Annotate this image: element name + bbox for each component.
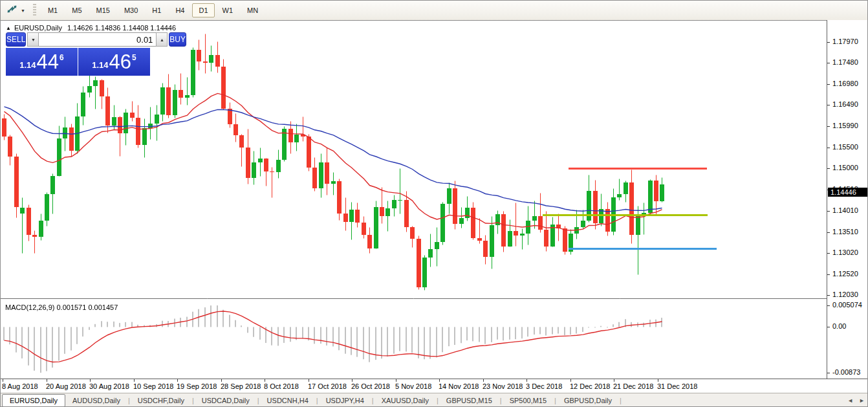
price-axis-label: 1.15990 [832, 122, 858, 129]
chart-tab-bar: EURUSD,DailyAUDUSD,Daily|USDCHF,Daily|US… [1, 393, 868, 407]
tab-scroll-right-icon[interactable]: ► [859, 397, 865, 404]
timeframe-button-mn[interactable]: MN [241, 3, 265, 17]
one-click-trade-panel: SELL ▼ ▲ BUY 1.14 44 6 1.14 46 5 [6, 32, 150, 76]
date-axis-tick [309, 379, 309, 382]
price-axis-label: 1.16490 [832, 100, 858, 108]
tab-sp500-m15[interactable]: SP500,M15 [503, 395, 554, 406]
price-axis-tick [827, 211, 830, 212]
macd-axis-tick [827, 327, 830, 327]
date-axis-tick [352, 379, 353, 382]
price-axis-label: 1.13020 [832, 248, 858, 256]
timeframe-button-d1[interactable]: D1 [192, 3, 214, 17]
tab-audusd-daily[interactable]: AUDUSD,Daily [65, 395, 127, 406]
price-axis-label: 1.14010 [832, 206, 858, 214]
tab-gbpusd-daily[interactable]: GBPUSD,Daily [557, 395, 619, 406]
price-axis-label: 1.15500 [832, 143, 858, 151]
tab-scroll-arrows: ◄► [841, 397, 865, 404]
chart-ohlc-values: 1.14626 1.14836 1.14408 1.14446 [67, 24, 176, 32]
date-axis-label: 23 Nov 2018 [483, 382, 523, 390]
timeframe-button-m30[interactable]: M30 [118, 3, 144, 17]
date-axis-label: 26 Oct 2018 [351, 382, 390, 390]
macd-axis-label: 0.00 [832, 322, 846, 330]
date-axis-tick [134, 379, 135, 382]
chart-title: ▲EURUSD,Daily1.14626 1.14836 1.14408 1.1… [6, 24, 176, 32]
timeframe-button-m5[interactable]: M5 [65, 3, 88, 17]
volume-increase-icon[interactable]: ▲ [156, 32, 168, 47]
collapse-trade-panel-icon[interactable]: ▲ [6, 25, 11, 31]
buy-button[interactable]: BUY [169, 32, 186, 47]
tab-scroll-left-icon[interactable]: ◄ [847, 397, 853, 404]
price-axis-tick [827, 148, 830, 148]
tab-usdjpy-h4[interactable]: USDJPY,H4 [319, 395, 371, 406]
chart-symbol-label: EURUSD,Daily [14, 24, 62, 32]
volume-decrease-icon[interactable]: ▼ [27, 32, 39, 47]
tab-usdcnh-h4[interactable]: USDCNH,H4 [260, 395, 316, 406]
macd-axis-label: 0.005074 [832, 301, 862, 309]
price-axis-label: 1.12520 [832, 270, 858, 278]
price-axis-tick [827, 274, 830, 275]
toolbar: ▼ M1M5M15M30H1H4D1W1MN [1, 1, 867, 21]
sell-button[interactable]: SELL [6, 32, 26, 47]
timeframe-button-m1[interactable]: M1 [41, 3, 64, 17]
sell-price-sup: 6 [60, 53, 64, 62]
chart-plot-area[interactable]: ▲EURUSD,Daily1.14626 1.14836 1.14408 1.1… [1, 20, 827, 379]
date-axis-tick [483, 379, 484, 382]
date-axis-label: 17 Oct 2018 [308, 382, 347, 390]
date-axis-tick [439, 379, 440, 382]
tab-separator: | [619, 397, 622, 404]
price-axis-tick [827, 63, 830, 63]
price-axis[interactable]: 1.179701.174801.169801.164901.159901.155… [827, 20, 868, 379]
tab-eurusd-daily[interactable]: EURUSD,Daily [2, 394, 65, 407]
tab-gbpusd-m15[interactable]: GBPUSD,M15 [439, 395, 499, 406]
date-axis-label: 19 Sep 2018 [177, 382, 217, 390]
chart-arrows-icon [6, 5, 17, 17]
price-axis-tick [827, 232, 830, 233]
price-axis-label: 1.17480 [832, 58, 858, 66]
volume-stepper: ▼ ▲ [27, 32, 168, 47]
price-axis-tick [827, 84, 830, 85]
tab-xauusd-daily[interactable]: XAUUSD,Daily [374, 395, 436, 406]
timeframe-button-m15[interactable]: M15 [90, 3, 116, 17]
date-axis[interactable]: 8 Aug 201820 Aug 201830 Aug 201810 Sep 2… [1, 379, 868, 393]
price-axis-tick [827, 253, 830, 254]
date-axis-tick [614, 379, 614, 382]
date-axis-tick [221, 379, 222, 382]
tab-usdchf-daily[interactable]: USDCHF,Daily [131, 395, 191, 406]
date-axis-label: 30 Aug 2018 [89, 382, 129, 390]
date-axis-label: 8 Aug 2018 [2, 382, 38, 390]
sell-price-big: 44 [37, 50, 59, 74]
price-axis-tick [827, 168, 830, 169]
price-axis-label: 1.17970 [832, 38, 858, 45]
tab-usdcad-daily[interactable]: USDCAD,Daily [195, 395, 257, 406]
date-axis-label: 21 Dec 2018 [613, 382, 653, 390]
date-axis-tick [177, 379, 178, 382]
price-axis-tick [827, 105, 830, 105]
date-axis-label: 20 Aug 2018 [46, 382, 86, 390]
timeframe-button-group: M1M5M15M30H1H4D1W1MN [41, 3, 265, 17]
date-axis-label: 12 Dec 2018 [570, 382, 610, 390]
buy-price-big: 46 [109, 50, 131, 74]
price-axis-label: 1.15000 [832, 164, 858, 171]
sell-price-display[interactable]: 1.14 44 6 [6, 48, 78, 76]
volume-input[interactable] [39, 32, 156, 47]
date-axis-label: 5 Nov 2018 [395, 382, 431, 390]
mt4-window: ▼ M1M5M15M30H1H4D1W1MN ▲EURUSD,Daily1.14… [0, 0, 868, 407]
macd-axis-tick [827, 305, 830, 306]
chart-arrows-toolbar-button[interactable]: ▼ [5, 3, 30, 18]
price-axis-label: 1.12030 [832, 291, 858, 298]
macd-indicator-label: MACD(12,26,9) 0.001571 0.001457 [5, 303, 118, 311]
timeframe-button-h4[interactable]: H4 [169, 3, 191, 17]
price-axis-label: 1.16980 [832, 80, 858, 87]
chevron-down-icon[interactable]: ▼ [17, 8, 28, 13]
buy-price-display[interactable]: 1.14 46 5 [78, 48, 150, 76]
timeframe-button-w1[interactable]: W1 [216, 3, 240, 17]
date-axis-tick [396, 379, 396, 382]
date-axis-label: 31 Dec 2018 [657, 382, 697, 390]
toolbar-grip [33, 4, 36, 17]
price-axis-tick [827, 295, 830, 296]
date-axis-tick [3, 379, 3, 382]
price-axis-tick [827, 126, 830, 127]
timeframe-button-h1[interactable]: H1 [146, 3, 168, 17]
price-axis-tick [827, 42, 830, 43]
sell-price-prefix: 1.14 [19, 60, 36, 70]
